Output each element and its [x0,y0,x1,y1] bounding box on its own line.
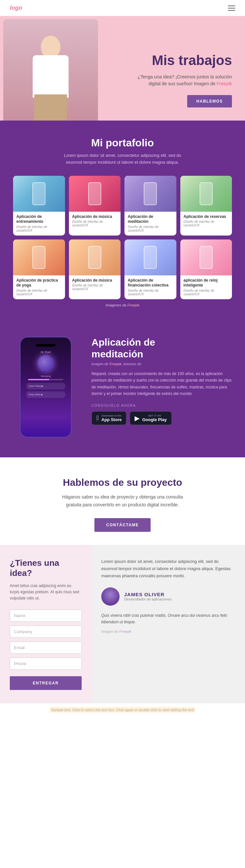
portfolio-item-type: Diseño de interfaz de usuario/UX [184,289,229,296]
contactame-button[interactable]: CONTÁCTAME [94,518,150,532]
portfolio-item-watch[interactable]: aplicación de reloj inteligente Diseño d… [180,240,232,299]
hamburger-menu[interactable] [228,5,235,11]
google-play-button[interactable]: ▶ GET IT ON Google Play [130,411,172,425]
form-left-desc: Amet tellus cras adipiscing enim eu turp… [10,583,82,602]
portfolio-item-meditation[interactable]: Aplicación de meditación Diseño de inter… [124,176,176,236]
portfolio-item-name: Aplicación de práctica de yoga [16,278,62,288]
form-section: ¿Tienes una idea? Amet tellus cras adipi… [0,545,245,703]
meditation-content: Aplicación de meditación Imagen de Freep… [91,337,232,425]
company-field-group [10,626,82,638]
portfolio-item-type: Diseño de interfaz de usuario/UX [128,225,173,232]
portfolio-title: Mi portafolio [13,137,232,149]
submit-button[interactable]: ENTREGAR [10,676,82,690]
phone-greeting: Hi, Eve! [40,350,51,354]
author-avatar [101,587,120,606]
store-buttons:  Download on the App Store ▶ GET IT ON … [91,411,232,425]
email-input[interactable] [10,642,82,654]
hero-freepik-link[interactable]: Freepik [217,81,232,86]
portfolio-item-type: Diseño de interfaz de usuario/UX [16,289,62,296]
app-store-small-text: Download on the [101,414,122,417]
phone-label: Sleeping [40,375,51,378]
portfolio-item-type: Diseño de interfaz de usuario/UX [128,289,173,296]
meditation-description: Nispand, creada con un conocimiento de m… [91,370,232,397]
google-play-small-text: GET IT ON [142,414,166,417]
portfolio-item-music1[interactable]: Aplicación de música Diseño de interfaz … [69,176,121,236]
consiguelo-label: CONSÍGUELO AHORA [91,404,232,407]
company-input[interactable] [10,626,82,638]
portfolio-item-type: Diseño de interfaz de usuario/UX [184,220,229,227]
hablemos-button[interactable]: HABLEMOS [187,95,232,107]
portfolio-item-name: Aplicación de reservas [184,214,229,220]
hero-section: Mis trabajos ¿Tenga una idea? ¡Creemos j… [0,16,245,121]
portfolio-item-music2[interactable]: Aplicación de música Diseño de interfaz … [69,240,121,299]
header: logo [0,0,245,16]
phone-input[interactable] [10,658,82,670]
portfolio-grid-row1: Aplicación de entrenamiento Diseño de in… [13,176,232,236]
google-play-big-text: Google Play [142,417,166,422]
portfolio-item-name: Aplicación de música [72,214,118,220]
portfolio-item-name: aplicación de reloj inteligente [184,278,229,288]
hero-content: Mis trabajos ¿Tenga una idea? ¡Creemos j… [104,39,232,121]
footer: Sample text. Click to select the text bo… [0,703,245,716]
portfolio-freepik-link[interactable]: Freepik [127,303,140,307]
portfolio-item-fitness[interactable]: Aplicación de entrenamiento Diseño de in… [13,176,65,236]
portfolio-credit: Imágenes de Freepik [13,303,232,307]
meditation-title: Aplicación de meditación [91,337,232,360]
app-store-button[interactable]:  Download on the App Store [91,411,126,425]
author-role: Desarrollador de aplicaciones [124,597,172,601]
author-name: JAMES OLIVER [124,592,172,597]
contact-title: Hablemos de su proyecto [13,477,232,488]
portfolio-item-type: Diseño de interfaz de usuario/UX [72,284,118,291]
form-right-description: Lorem ipsum dolor sit amet, consectetur … [101,558,235,580]
form-left-title: ¿Tienes una idea? [10,558,82,578]
phone-field-group [10,658,82,670]
form-right-credit: Imagen de Freepik [101,629,235,633]
portfolio-item-name: Aplicación de financiación colectiva [128,278,173,288]
hero-title: Mis trabajos [111,53,232,68]
portfolio-item-name: Aplicación de entrenamiento [16,214,62,224]
portfolio-section: Mi portafolio Lorem ipsum dolor sit amet… [0,121,245,317]
portfolio-grid-row2: Aplicación de práctica de yoga Diseño de… [13,240,232,299]
footer-text[interactable]: Sample text. Click to select the text bo… [50,707,195,713]
contact-description: Háganos saber su idea de proyecto y obte… [57,493,188,509]
email-field-group [10,642,82,654]
portfolio-item-name: Aplicación de música [72,278,118,283]
google-play-icon: ▶ [134,414,140,422]
meditation-freepik-link[interactable]: Freepik [110,362,122,366]
author-quote: Quis viverra nibh cras pulvinar mattis. … [101,612,235,626]
hero-image [0,16,104,121]
form-freepik-link[interactable]: Freepik [119,629,131,633]
hero-man-image [3,19,98,121]
meditation-phone-mockup: Hi, Eve! Sleeping Quick Sleep ▶ Deep Rel… [13,337,79,438]
form-right-panel: Lorem ipsum dolor sit amet, consectetur … [91,545,245,703]
portfolio-item-yoga[interactable]: Aplicación de práctica de yoga Diseño de… [13,240,65,299]
name-input[interactable] [10,610,82,622]
meditation-section: Hi, Eve! Sleeping Quick Sleep ▶ Deep Rel… [0,317,245,457]
portfolio-desc: Lorem ipsum dolor sit amet, consectetur … [57,152,188,166]
form-left-panel: ¿Tienes una idea? Amet tellus cras adipi… [0,545,91,703]
portfolio-item-type: Diseño de interfaz de usuario/UX [16,225,62,232]
portfolio-item-name: Aplicación de meditación [128,214,173,224]
portfolio-item-booking[interactable]: Aplicación de reservas Diseño de interfa… [180,176,232,236]
contact-section: Hablemos de su proyecto Háganos saber su… [0,457,245,545]
meditation-credit: Imagen de Freepik, botones de [91,362,232,366]
name-field-group [10,610,82,622]
apple-icon:  [96,414,99,422]
portfolio-item-finance[interactable]: Aplicación de financiación colectiva Dis… [124,240,176,299]
author-row: JAMES OLIVER Desarrollador de aplicacion… [101,587,235,606]
logo: logo [10,5,22,11]
portfolio-item-type: Diseño de interfaz de usuario/UX [72,220,118,227]
hero-subtitle: ¿Tenga una idea? ¡Creemos juntos la solu… [111,73,232,87]
app-store-big-text: App Store [101,417,122,422]
